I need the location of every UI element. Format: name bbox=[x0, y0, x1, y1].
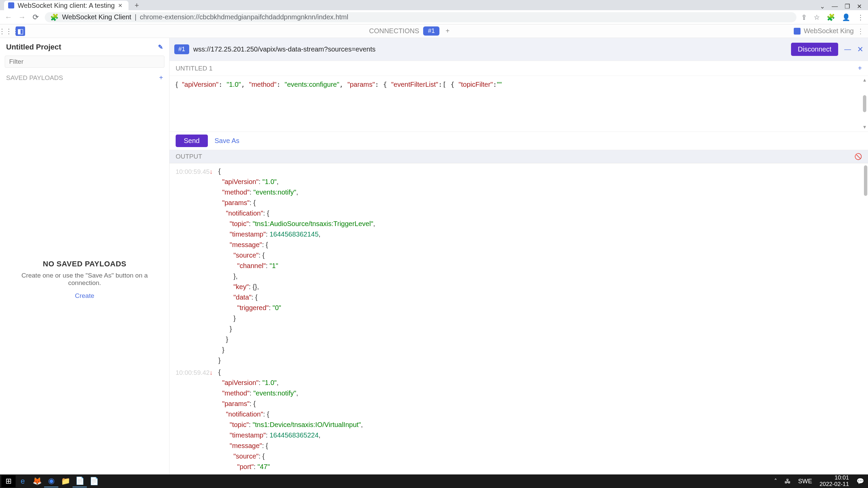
back-icon[interactable]: ← bbox=[4, 13, 13, 22]
address-bar[interactable]: 🧩 WebSocket King Client | chrome-extensi… bbox=[45, 12, 796, 22]
firefox-icon[interactable]: 🦊 bbox=[30, 475, 44, 487]
connection-row: #1 Disconnect — ✕ bbox=[170, 38, 868, 61]
connections-label: CONNECTIONS bbox=[369, 27, 419, 35]
add-payload-button[interactable]: + bbox=[159, 74, 163, 82]
output-scrollbar[interactable] bbox=[864, 165, 867, 196]
add-payload-tab-button[interactable]: + bbox=[858, 64, 862, 72]
chevron-down-icon[interactable]: ⌄ bbox=[820, 3, 825, 10]
forward-icon[interactable]: → bbox=[18, 13, 26, 22]
apps-icon[interactable]: ⋮⋮⋮ bbox=[4, 26, 14, 36]
message-timestamp: 10:00:59.42 bbox=[176, 367, 210, 378]
address-bar-row: ← → ⟳ 🧩 WebSocket King Client | chrome-e… bbox=[0, 10, 868, 24]
send-row: Send Save As bbox=[170, 132, 868, 150]
language-indicator[interactable]: SWE bbox=[798, 478, 812, 485]
message-body: { "apiVersion": "1.0", "method": "events… bbox=[218, 367, 363, 474]
share-icon[interactable]: ⇪ bbox=[801, 13, 807, 21]
notepad2-icon[interactable]: 📄 bbox=[87, 475, 101, 487]
menu-icon[interactable]: ⋮ bbox=[857, 13, 864, 21]
payload-editor[interactable]: { "apiVersion": "1.0", "method": "events… bbox=[170, 76, 868, 132]
sidebar-toggle-icon[interactable]: ◧ bbox=[16, 26, 25, 36]
address-separator: | bbox=[135, 13, 136, 21]
start-button[interactable]: ⊞ bbox=[1, 475, 16, 487]
output[interactable]: 10:00:59.45↓{ "apiVersion": "1.0", "meth… bbox=[170, 163, 868, 474]
send-button[interactable]: Send bbox=[176, 135, 208, 147]
window-controls: ⌄ — ❐ ✕ bbox=[815, 1, 867, 12]
main: Untitled Project ✎ SAVED PAYLOADS + NO S… bbox=[0, 38, 868, 474]
payload-header: UNTITLED 1 + bbox=[170, 61, 868, 76]
app-bar: ⋮⋮⋮ ◧ CONNECTIONS #1 + WebSocket King ⋮ bbox=[0, 24, 868, 38]
taskbar-right: ˄ 🖧 SWE 10:01 2022-02-11 💬 bbox=[774, 475, 867, 487]
brand-label: WebSocket King bbox=[804, 27, 854, 35]
output-label: OUTPUT bbox=[176, 153, 202, 160]
notepad-icon[interactable]: 📄 bbox=[73, 475, 87, 487]
tray-chevron-icon[interactable]: ˄ bbox=[774, 477, 777, 485]
ws-url-input[interactable] bbox=[193, 45, 787, 53]
brand-icon bbox=[794, 28, 801, 35]
content: #1 Disconnect — ✕ UNTITLED 1 + { "apiVer… bbox=[170, 38, 868, 474]
maximize-icon[interactable]: ❐ bbox=[845, 3, 850, 10]
brand-menu-icon[interactable]: ⋮ bbox=[857, 27, 864, 35]
edit-project-icon[interactable]: ✎ bbox=[158, 43, 163, 51]
save-as-link[interactable]: Save As bbox=[215, 137, 239, 145]
browser-chrome: WebSocket King client: A testing ✕ + ← →… bbox=[0, 0, 868, 24]
tab-title: WebSocket King client: A testing bbox=[18, 2, 115, 9]
connection-tab[interactable]: #1 bbox=[423, 26, 439, 36]
reload-icon[interactable]: ⟳ bbox=[31, 13, 40, 22]
output-message: 10:00:59.45↓{ "apiVersion": "1.0", "meth… bbox=[170, 165, 868, 366]
empty-subtitle: Create one or use the "Save As" button o… bbox=[14, 272, 156, 287]
file-explorer-icon[interactable]: 📁 bbox=[58, 475, 73, 487]
favicon-icon bbox=[8, 2, 14, 8]
chrome-icon[interactable]: ◉ bbox=[44, 475, 58, 487]
clock[interactable]: 10:01 2022-02-11 bbox=[820, 475, 849, 487]
incoming-arrow-icon: ↓ bbox=[210, 166, 218, 177]
minimize-icon[interactable]: — bbox=[832, 3, 838, 10]
editor-scrollbar[interactable]: ▴▾ bbox=[862, 76, 867, 131]
edge-icon[interactable]: e bbox=[16, 475, 30, 487]
star-icon[interactable]: ☆ bbox=[814, 13, 820, 21]
empty-state: NO SAVED PAYLOADS Create one or use the … bbox=[0, 84, 169, 474]
output-message: 10:00:59.42↓{ "apiVersion": "1.0", "meth… bbox=[170, 366, 868, 474]
tab-close-icon[interactable]: ✕ bbox=[118, 2, 122, 9]
disconnect-button[interactable]: Disconnect bbox=[791, 43, 838, 56]
create-payload-link[interactable]: Create bbox=[75, 292, 94, 300]
extension-icon: 🧩 bbox=[50, 13, 59, 21]
incoming-arrow-icon: ↓ bbox=[210, 367, 218, 378]
saved-payloads-header: SAVED PAYLOADS + bbox=[0, 71, 169, 84]
minimize-panel-icon[interactable]: — bbox=[844, 45, 851, 53]
message-body: { "apiVersion": "1.0", "method": "events… bbox=[218, 166, 375, 366]
notifications-icon[interactable]: 💬 bbox=[856, 477, 864, 485]
empty-title: NO SAVED PAYLOADS bbox=[43, 260, 126, 268]
profile-icon[interactable]: 👤 bbox=[842, 13, 850, 21]
browser-actions: ⇪ ☆ 🧩 👤 ⋮ bbox=[801, 13, 864, 21]
message-timestamp: 10:00:59.45 bbox=[176, 166, 210, 177]
address-path: chrome-extension://cbcbkhdmedgianpaifchd… bbox=[140, 13, 348, 21]
filter-input[interactable] bbox=[5, 56, 164, 68]
browser-tab[interactable]: WebSocket King client: A testing ✕ bbox=[4, 1, 129, 10]
clock-date: 2022-02-11 bbox=[820, 481, 849, 488]
filter-box bbox=[5, 56, 164, 68]
clear-output-icon[interactable]: 🚫 bbox=[854, 153, 862, 160]
payload-title: UNTITLED 1 bbox=[176, 65, 213, 72]
output-header: OUTPUT 🚫 bbox=[170, 150, 868, 163]
sidebar: Untitled Project ✎ SAVED PAYLOADS + NO S… bbox=[0, 38, 170, 474]
new-tab-button[interactable]: + bbox=[132, 1, 141, 10]
add-connection-button[interactable]: + bbox=[443, 27, 452, 35]
taskbar: ⊞ e 🦊 ◉ 📁 📄 📄 ˄ 🖧 SWE 10:01 2022-02-11 💬 bbox=[0, 474, 868, 488]
project-header: Untitled Project ✎ bbox=[0, 38, 169, 54]
close-window-icon[interactable]: ✕ bbox=[857, 3, 862, 10]
project-title: Untitled Project bbox=[6, 43, 61, 52]
address-origin: WebSocket King Client bbox=[62, 13, 131, 21]
close-connection-icon[interactable]: ✕ bbox=[857, 45, 863, 54]
extensions-icon[interactable]: 🧩 bbox=[827, 13, 835, 21]
clock-time: 10:01 bbox=[820, 475, 849, 481]
connection-badge[interactable]: #1 bbox=[174, 44, 189, 54]
saved-payloads-label: SAVED PAYLOADS bbox=[6, 74, 63, 82]
app-right: WebSocket King ⋮ bbox=[794, 27, 864, 35]
app-center: CONNECTIONS #1 + bbox=[27, 26, 794, 36]
tab-bar: WebSocket King client: A testing ✕ + bbox=[0, 0, 868, 10]
network-icon[interactable]: 🖧 bbox=[785, 478, 791, 485]
